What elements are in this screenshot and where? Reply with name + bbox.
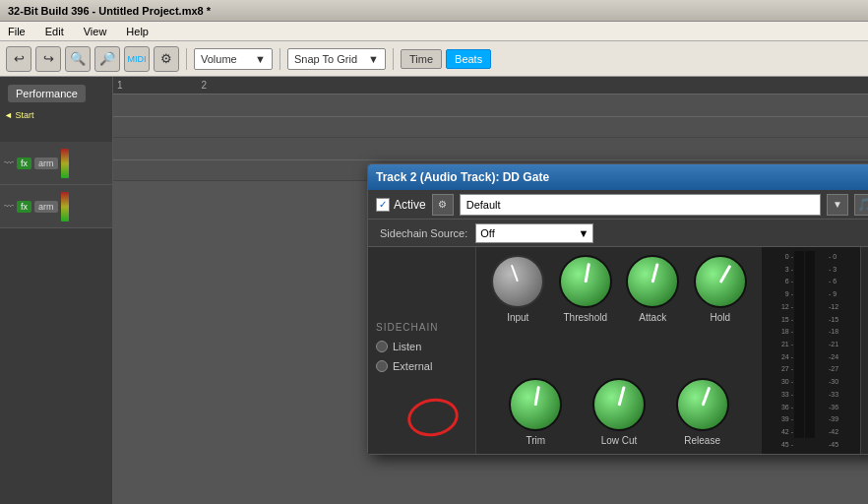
track-row-1: 〰 fx arm [0, 142, 112, 185]
trim-knob[interactable] [509, 378, 562, 431]
attack-knob-container[interactable]: Attack [626, 255, 679, 323]
plugin-body: SIDECHAIN Listen External [368, 247, 868, 454]
input-knob-container[interactable]: Input [491, 255, 544, 323]
track-fx-btn[interactable]: fx [17, 158, 31, 169]
plugin-save-btn[interactable]: 🎵 [854, 194, 868, 216]
preset-name-text: Default [466, 199, 501, 211]
plugin-gear-btn[interactable]: ⚙ [432, 194, 454, 216]
input-knob[interactable] [491, 255, 544, 308]
vu-right-labels: - 0 - 3 - 6 - 9 -12 -15 -18 -21 -24 -27 … [829, 251, 856, 450]
track-arm-btn-2[interactable]: arm [34, 201, 58, 213]
red-circle-annotation [404, 395, 462, 440]
external-label: External [393, 360, 432, 372]
vu-meter-section: 0 - 3 - 6 - 9 - 12 - 15 - 18 - 21 - 24 -… [762, 247, 860, 454]
volume-label: Volume [201, 53, 237, 65]
toolbar-sep1 [186, 48, 187, 70]
timeline-header: 1 2 [113, 77, 868, 94]
menu-bar: File Edit View Help [0, 22, 868, 41]
menu-help[interactable]: Help [122, 24, 153, 39]
volume-dropdown[interactable]: Volume ▼ [194, 48, 273, 70]
input-knob-indicator [511, 265, 519, 283]
toolbar-sep2 [279, 48, 280, 70]
knobs-top-row: Input Threshold [484, 255, 754, 323]
vu-bars [794, 251, 828, 438]
external-radio[interactable]: External [376, 360, 467, 372]
track-row-2: 〰 fx arm [0, 185, 112, 228]
active-checkbox-box[interactable]: ✓ [376, 198, 390, 212]
lowcut-knob-indicator [618, 386, 626, 406]
menu-edit[interactable]: Edit [41, 24, 68, 39]
track-level-2 [61, 192, 69, 221]
performance-button[interactable]: Performance [8, 85, 86, 102]
toolbar-search-btn[interactable]: 🔍 [65, 46, 91, 72]
left-panel: Performance ◄ Start 〰 fx arm 〰 fx arm [0, 77, 113, 504]
threshold-knob-indicator [584, 263, 589, 283]
vu-bar-left [794, 251, 804, 438]
sidechain-source-value: Off [480, 227, 494, 239]
toolbar: ↩ ↪ 🔍 🔎 MIDI ⚙ Volume ▼ Snap To Grid ▼ T… [0, 41, 868, 77]
track-line-2 [113, 159, 868, 160]
preset-name-box[interactable]: Default [460, 194, 821, 216]
timeline-marker-1: 1 [117, 80, 123, 91]
track-fx-btn-2[interactable]: fx [17, 201, 31, 213]
volume-arrow-icon: ▼ [255, 53, 266, 65]
snap-dropdown[interactable]: Snap To Grid ▼ [287, 48, 386, 70]
toolbar-settings-btn[interactable]: ⚙ [154, 46, 179, 72]
start-marker: ◄ Start [4, 110, 33, 120]
beats-button[interactable]: Beats [446, 49, 491, 69]
track-arm-btn[interactable]: arm [34, 158, 58, 169]
sidechain-source-dropdown[interactable]: Off ▼ [475, 223, 593, 243]
release-knob-container[interactable]: Release [676, 378, 729, 446]
input-knob-label: Input [507, 312, 528, 323]
threshold-knob-label: Threshold [564, 312, 607, 323]
track-level-1 [61, 149, 69, 178]
timeline-area: 1 2 Track 2 (Audio Track): DD Gate — □ ✕ [113, 77, 868, 504]
attack-knob-label: Attack [639, 312, 666, 323]
listen-label: Listen [393, 341, 421, 352]
active-checkbox[interactable]: ✓ Active [376, 198, 426, 212]
listen-radio[interactable]: Listen [376, 341, 467, 352]
release-knob[interactable] [676, 378, 729, 431]
release-knob-label: Release [684, 435, 720, 446]
title-bar-text: 32-Bit Build 396 - Untitled Project.mx8 … [8, 5, 211, 17]
preset-arrow-btn[interactable]: ▼ [827, 194, 848, 216]
sidechain-source-label: Sidechain Source: [380, 227, 467, 239]
external-radio-dot [376, 360, 388, 372]
toolbar-search2-btn[interactable]: 🔎 [94, 46, 120, 72]
title-bar: 32-Bit Build 396 - Untitled Project.mx8 … [0, 0, 868, 22]
track-wave-icon-2: 〰 [4, 201, 14, 212]
right-brand-panel: BYPASS DEAD DUCK GATE [860, 247, 868, 454]
track-content-1 [113, 94, 868, 138]
menu-file[interactable]: File [4, 24, 30, 39]
plugin-title-bar: Track 2 (Audio Track): DD Gate — □ ✕ [368, 164, 868, 190]
snap-label: Snap To Grid [294, 53, 357, 65]
trim-knob-label: Trim [527, 435, 546, 446]
hold-knob-indicator [718, 265, 731, 284]
menu-view[interactable]: View [80, 24, 111, 39]
sidechain-section: SIDECHAIN Listen External [368, 247, 476, 454]
lowcut-knob-label: Low Cut [601, 435, 638, 446]
knobs-bottom-row: Trim Low Cut [484, 378, 754, 446]
snap-arrow-icon: ▼ [368, 53, 379, 65]
main-area: Performance ◄ Start 〰 fx arm 〰 fx arm 1 … [0, 77, 868, 504]
threshold-knob[interactable] [559, 255, 612, 308]
hold-knob-container[interactable]: Hold [694, 255, 747, 323]
lowcut-knob[interactable] [592, 378, 646, 431]
lowcut-knob-container[interactable]: Low Cut [592, 378, 646, 446]
listen-radio-dot [376, 341, 388, 352]
vu-left-labels: 0 - 3 - 6 - 9 - 12 - 15 - 18 - 21 - 24 -… [766, 251, 793, 450]
toolbar-redo-btn[interactable]: ↪ [35, 46, 61, 72]
hold-knob[interactable] [694, 255, 747, 308]
time-button[interactable]: Time [401, 49, 442, 69]
plugin-window: Track 2 (Audio Track): DD Gate — □ ✕ ✓ A… [367, 163, 868, 455]
attack-knob[interactable] [626, 255, 679, 308]
toolbar-sep3 [393, 48, 394, 70]
attack-knob-indicator [651, 263, 659, 283]
sidechain-source-row: Sidechain Source: Off ▼ [368, 220, 868, 247]
toolbar-undo-btn[interactable]: ↩ [6, 46, 31, 72]
knobs-area: Input Threshold [476, 247, 762, 454]
vu-bar-right [805, 251, 815, 438]
toolbar-midi-btn[interactable]: MIDI [124, 46, 150, 72]
threshold-knob-container[interactable]: Threshold [559, 255, 612, 323]
trim-knob-container[interactable]: Trim [509, 378, 562, 446]
